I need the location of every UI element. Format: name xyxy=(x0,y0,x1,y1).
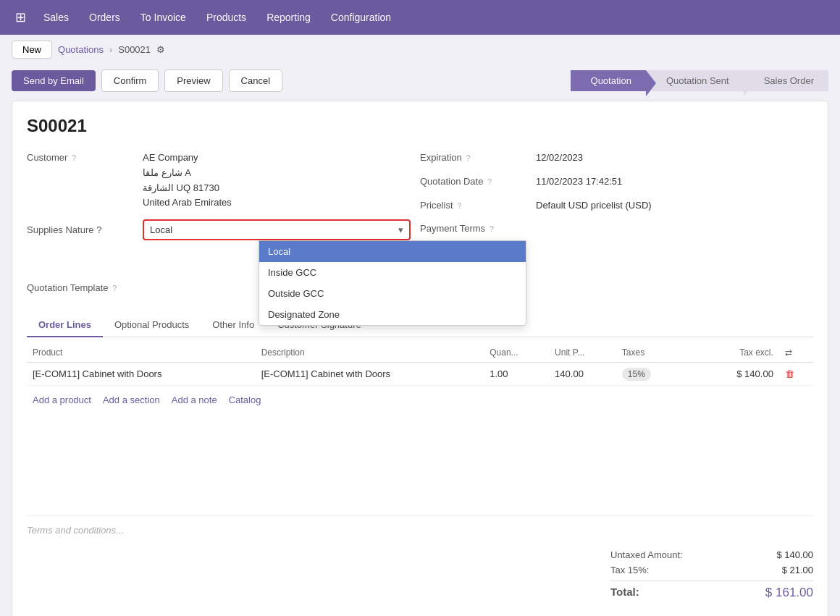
payment-terms-help-icon[interactable]: ? xyxy=(490,224,494,233)
totals-section: Untaxed Amount: $ 140.00 Tax 15%: $ 21.0… xyxy=(27,541,813,608)
spacer-2 xyxy=(27,455,813,498)
new-button[interactable]: New xyxy=(12,41,52,59)
row-description[interactable]: [E-COM11] Cabinet with Doors xyxy=(256,363,484,386)
step-quotation[interactable]: Quotation xyxy=(571,70,646,91)
untaxed-label: Untaxed Amount: xyxy=(610,549,683,560)
cancel-button[interactable]: Cancel xyxy=(229,69,282,92)
quotation-date-value[interactable]: 11/02/2023 17:42:51 xyxy=(536,174,622,190)
row-taxes: 15% xyxy=(616,363,682,386)
customer-help-icon[interactable]: ? xyxy=(72,153,76,162)
top-nav: ⊞ Sales Orders To Invoice Products Repor… xyxy=(0,0,840,35)
send-by-email-button[interactable]: Send by Email xyxy=(12,70,96,91)
payment-terms-row: Payment Terms ? xyxy=(420,221,807,234)
preview-button[interactable]: Preview xyxy=(164,69,222,92)
add-note-link[interactable]: Add a note xyxy=(172,395,217,405)
supplies-nature-help-icon[interactable]: ? xyxy=(96,224,101,235)
tax-row: Tax 15%: $ 21.00 xyxy=(610,562,813,578)
terms-placeholder[interactable]: Terms and conditions... xyxy=(27,525,124,536)
col-tax-excl: Tax excl. xyxy=(701,343,779,363)
delete-row-icon[interactable]: 🗑 xyxy=(785,368,794,379)
expiration-row: Expiration ? 12/02/2023 xyxy=(420,151,807,166)
nav-configuration[interactable]: Configuration xyxy=(322,7,400,28)
tax-label: Tax 15%: xyxy=(610,565,649,575)
quotation-template-label: Quotation Template ? xyxy=(27,281,143,293)
customer-label: Customer ? xyxy=(27,151,143,163)
dropdown-option-outside-gcc[interactable]: Outside GCC xyxy=(259,283,526,304)
expiration-label: Expiration ? xyxy=(420,151,536,163)
terms-section: Terms and conditions... xyxy=(27,515,813,536)
pricelist-label: Pricelist ? xyxy=(420,198,536,211)
row-unit-price[interactable]: 140.00 xyxy=(549,363,616,386)
nav-to-invoice[interactable]: To Invoice xyxy=(132,7,195,28)
customer-value: AE Company شارع ملقا A الشارقة UQ 81730 … xyxy=(143,151,232,211)
confirm-button[interactable]: Confirm xyxy=(101,69,159,92)
main-content: S00021 Customer ? AE Company شارع ملقا A… xyxy=(12,101,828,616)
nav-reporting[interactable]: Reporting xyxy=(258,7,319,28)
breadcrumb-bar: New Quotations › S00021 ⚙ xyxy=(0,35,840,64)
adjust-columns-icon[interactable]: ⇄ xyxy=(785,347,792,358)
pricelist-help-icon[interactable]: ? xyxy=(457,201,461,210)
payment-terms-label: Payment Terms ? xyxy=(420,221,536,234)
customer-name[interactable]: AE Company xyxy=(143,151,232,166)
document-title: S00021 xyxy=(27,116,813,136)
nav-products[interactable]: Products xyxy=(198,7,255,28)
dropdown-option-inside-gcc[interactable]: Inside GCC xyxy=(259,262,526,283)
breadcrumb-parent[interactable]: Quotations xyxy=(58,44,104,55)
status-steps: Quotation Quotation Sent Sales Order xyxy=(571,70,828,91)
form-left: Customer ? AE Company شارع ملقا A الشارق… xyxy=(27,151,420,302)
dropdown-option-designated-zone[interactable]: Designated Zone xyxy=(259,304,526,325)
col-description: Description xyxy=(256,343,484,363)
supplies-nature-value: Local xyxy=(144,221,178,239)
row-delete[interactable]: 🗑 xyxy=(779,363,813,386)
grid-icon[interactable]: ⊞ xyxy=(9,6,32,29)
step-sales-order[interactable]: Sales Order xyxy=(744,70,828,91)
catalog-link[interactable]: Catalog xyxy=(229,395,261,405)
row-product[interactable]: [E-COM11] Cabinet with Doors xyxy=(27,363,256,386)
pricelist-row: Pricelist ? Default USD pricelist (USD) xyxy=(420,198,807,214)
action-bar: Send by Email Confirm Preview Cancel Quo… xyxy=(0,64,840,101)
gear-icon[interactable]: ⚙ xyxy=(156,44,165,55)
row-empty xyxy=(682,363,701,386)
row-tax-excl: $ 140.00 xyxy=(701,363,779,386)
expiration-help-icon[interactable]: ? xyxy=(466,153,470,162)
quotation-date-row: Quotation Date ? 11/02/2023 17:42:51 xyxy=(420,174,807,190)
tax-badge[interactable]: 15% xyxy=(622,368,651,381)
total-value: $ 161.00 xyxy=(765,586,813,600)
tab-optional-products[interactable]: Optional Products xyxy=(103,313,201,337)
tab-order-lines[interactable]: Order Lines xyxy=(27,313,103,337)
dropdown-arrow-icon: ▾ xyxy=(398,224,403,235)
col-actions: ⇄ xyxy=(779,343,813,363)
col-empty xyxy=(682,343,701,363)
quotation-template-help-icon[interactable]: ? xyxy=(112,284,117,292)
expiration-value[interactable]: 12/02/2023 xyxy=(536,151,583,166)
dropdown-option-local[interactable]: Local xyxy=(259,241,526,262)
customer-country: United Arab Emirates xyxy=(143,195,232,211)
add-product-link[interactable]: Add a product xyxy=(33,395,91,405)
col-quantity: Quan... xyxy=(484,343,549,363)
add-actions: Add a product Add a section Add a note C… xyxy=(27,389,813,411)
totals-table: Untaxed Amount: $ 140.00 Tax 15%: $ 21.0… xyxy=(610,547,813,602)
customer-address2: الشارقة UQ 81730 xyxy=(143,181,232,196)
form-grid: Customer ? AE Company شارع ملقا A الشارق… xyxy=(27,151,813,302)
row-quantity[interactable]: 1.00 xyxy=(484,363,549,386)
total-label: Total: xyxy=(610,586,639,600)
untaxed-value: $ 140.00 xyxy=(776,549,813,560)
quotation-date-help-icon[interactable]: ? xyxy=(487,177,492,186)
nav-sales[interactable]: Sales xyxy=(35,7,77,28)
breadcrumb-separator: › xyxy=(109,44,112,55)
tab-other-info[interactable]: Other Info xyxy=(201,313,266,337)
col-taxes: Taxes xyxy=(616,343,682,363)
pricelist-value[interactable]: Default USD pricelist (USD) xyxy=(536,198,652,214)
spacer-1 xyxy=(27,411,813,455)
table-row: [E-COM11] Cabinet with Doors [E-COM11] C… xyxy=(27,363,813,386)
total-row: Total: $ 161.00 xyxy=(610,581,813,602)
add-section-link[interactable]: Add a section xyxy=(103,395,160,405)
quotation-date-label: Quotation Date ? xyxy=(420,174,536,187)
supplies-nature-label: Supplies Nature ? xyxy=(27,224,143,235)
step-quotation-sent[interactable]: Quotation Sent xyxy=(646,70,744,91)
tax-value: $ 21.00 xyxy=(782,565,813,575)
supplies-nature-dropdown: Local Inside GCC Outside GCC Designated … xyxy=(259,240,526,326)
nav-orders[interactable]: Orders xyxy=(80,7,129,28)
supplies-nature-select-wrapper[interactable]: Local ▾ xyxy=(143,219,411,240)
untaxed-row: Untaxed Amount: $ 140.00 xyxy=(610,547,813,562)
